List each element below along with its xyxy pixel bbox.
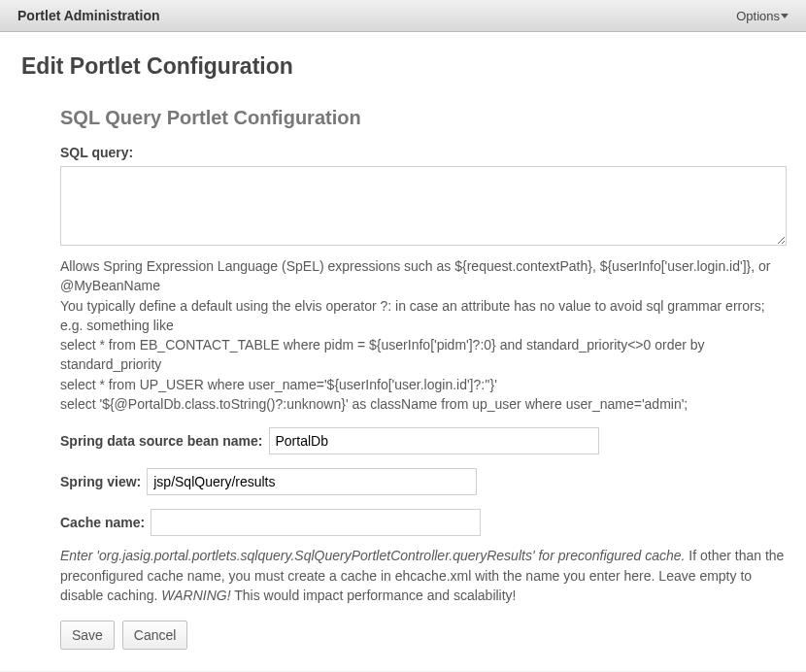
page-title: Edit Portlet Configuration [21,53,785,80]
sql-query-input[interactable] [60,166,787,246]
portlet-body: Edit Portlet Configuration SQL Query Por… [0,32,806,671]
cache-help-suffix: This would impact performance and scalab… [231,588,517,603]
save-button[interactable]: Save [60,621,115,650]
cache-name-help: Enter 'org.jasig.portal.portlets.sqlquer… [60,546,785,605]
sql-query-label: SQL query: [60,145,785,160]
options-label: Options [736,9,780,23]
caret-down-icon [781,14,789,18]
spring-view-group: Spring view: [60,468,785,495]
options-menu[interactable]: Options [736,9,789,23]
portlet-title: Portlet Administration [17,8,160,23]
cache-name-input[interactable] [151,509,481,536]
portlet-header: Portlet Administration Options [0,0,806,32]
data-source-label: Spring data source bean name: [60,433,263,449]
cancel-button[interactable]: Cancel [122,621,188,650]
cache-name-label: Cache name: [60,515,145,530]
section-title: SQL Query Portlet Configuration [60,107,785,129]
sql-query-group: SQL query: Allows Spring Expression Lang… [60,145,785,414]
content-inner: SQL Query Portlet Configuration SQL quer… [21,107,785,650]
cache-help-warning: WARNING! [161,588,230,603]
cache-name-group: Cache name: [60,509,785,536]
button-row: Save Cancel [60,621,785,650]
spring-view-label: Spring view: [60,474,141,489]
data-source-input[interactable] [269,427,599,454]
sql-query-help: Allows Spring Expression Language (SpEL)… [60,256,785,414]
data-source-group: Spring data source bean name: [60,427,785,454]
spring-view-input[interactable] [147,468,477,495]
cache-help-prefix: Enter 'org.jasig.portal.portlets.sqlquer… [60,548,685,563]
portlet-container: Portlet Administration Options Edit Port… [0,0,806,671]
